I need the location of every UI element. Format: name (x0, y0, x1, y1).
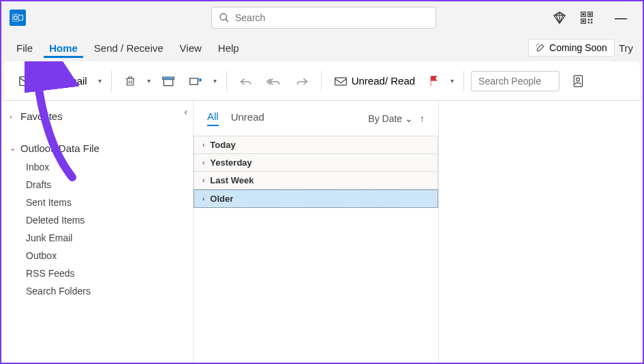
move-icon (189, 75, 202, 87)
date-groups: ›Today ›Yesterday ›Last Week ›Older (194, 136, 438, 208)
global-search[interactable] (211, 7, 436, 29)
folder-search[interactable]: Search Folders (20, 282, 193, 300)
group-today[interactable]: ›Today (194, 136, 438, 154)
folder-deleted[interactable]: Deleted Items (20, 211, 193, 229)
folder-outbox[interactable]: Outbox (20, 247, 193, 264)
envelope-icon (334, 76, 348, 87)
menu-bar: File Home Send / Receive View Help Comin… (1, 34, 643, 61)
svg-point-2 (220, 14, 226, 20)
filter-all[interactable]: All (207, 110, 219, 126)
tab-view[interactable]: View (174, 38, 207, 58)
new-email-dropdown[interactable]: ▾ (95, 74, 104, 87)
delete-button[interactable] (119, 72, 142, 91)
tab-send-receive[interactable]: Send / Receive (89, 38, 169, 58)
unread-read-button[interactable]: Unread/ Read (328, 72, 420, 89)
message-list-pane: All Unread By Date ⌄ ↑ ›Today ›Yesterday… (194, 101, 439, 363)
tab-home[interactable]: Home (44, 38, 83, 58)
sort-direction-button[interactable]: ↑ (420, 113, 425, 124)
new-email-icon (19, 74, 34, 88)
chevron-down-icon: ⌄ (10, 144, 18, 153)
chevron-right-icon: › (202, 159, 204, 166)
tab-file[interactable]: File (11, 38, 38, 58)
reply-all-button[interactable] (261, 72, 287, 90)
title-bar: — (1, 1, 643, 34)
folder-drafts[interactable]: Drafts (20, 176, 193, 194)
forward-icon (295, 75, 309, 87)
search-icon (219, 12, 230, 23)
main-area: ‹ › Favorites ⌄ Outlook Data File Inbox … (1, 101, 643, 363)
reply-all-icon (266, 75, 281, 87)
group-yesterday[interactable]: ›Yesterday (194, 154, 438, 172)
chevron-right-icon: › (10, 112, 18, 121)
folder-inbox[interactable]: Inbox (20, 158, 193, 176)
flag-button[interactable] (423, 72, 445, 90)
group-last-week[interactable]: ›Last Week (194, 172, 438, 189)
trash-icon (124, 74, 136, 88)
data-file-group[interactable]: ⌄ Outlook Data File (1, 138, 193, 158)
folder-sent[interactable]: Sent Items (20, 194, 193, 211)
svg-rect-8 (589, 13, 591, 15)
address-book-icon (572, 74, 584, 88)
delete-dropdown[interactable]: ▾ (144, 74, 153, 87)
wand-icon (536, 43, 545, 52)
svg-rect-18 (162, 77, 174, 79)
folder-junk[interactable]: Junk Email (20, 229, 193, 247)
tab-help[interactable]: Help (213, 38, 245, 58)
address-book-button[interactable] (566, 72, 589, 91)
sort-by-date[interactable]: By Date ⌄ (368, 113, 413, 124)
reply-icon (239, 75, 253, 87)
chevron-right-icon: › (202, 177, 204, 184)
coming-soon-badge[interactable]: Coming Soon (528, 39, 615, 57)
svg-rect-12 (588, 22, 590, 24)
premium-icon[interactable] (553, 11, 566, 25)
svg-rect-9 (582, 20, 584, 22)
reading-pane (439, 101, 643, 363)
move-dropdown[interactable]: ▾ (211, 74, 219, 87)
chevron-right-icon: › (202, 141, 204, 149)
archive-icon (162, 75, 175, 87)
svg-rect-7 (582, 13, 584, 15)
archive-button[interactable] (156, 72, 181, 90)
outlook-logo (10, 10, 26, 26)
chevron-down-icon: ⌄ (405, 113, 413, 124)
move-button[interactable] (183, 72, 208, 90)
minimize-button[interactable]: — (607, 7, 634, 28)
flag-icon (429, 75, 440, 87)
search-input[interactable] (235, 12, 429, 23)
svg-rect-20 (335, 78, 346, 85)
folder-rss[interactable]: RSS Feeds (20, 264, 193, 282)
svg-line-3 (226, 19, 228, 22)
message-list-header: All Unread By Date ⌄ ↑ (194, 110, 438, 132)
svg-rect-19 (189, 78, 198, 84)
svg-rect-10 (588, 19, 590, 21)
reply-button[interactable] (234, 72, 258, 90)
svg-rect-11 (591, 19, 593, 21)
search-people-input[interactable] (471, 71, 559, 91)
folder-list: Inbox Drafts Sent Items Deleted Items Ju… (1, 158, 193, 300)
folder-pane: ‹ › Favorites ⌄ Outlook Data File Inbox … (1, 101, 194, 363)
try-label[interactable]: Try (619, 42, 633, 54)
svg-rect-13 (591, 22, 593, 24)
forward-button[interactable] (290, 72, 314, 90)
filter-unread[interactable]: Unread (231, 111, 264, 125)
svg-point-22 (577, 78, 580, 81)
favorites-group[interactable]: › Favorites (1, 106, 193, 126)
chevron-right-icon: › (202, 195, 204, 202)
collapse-sidebar-button[interactable]: ‹ (184, 106, 187, 117)
svg-rect-17 (164, 79, 172, 85)
qr-icon[interactable] (580, 11, 594, 25)
new-email-button[interactable]: New Email (14, 72, 93, 91)
group-older[interactable]: ›Older (194, 189, 438, 208)
flag-dropdown[interactable]: ▾ (448, 74, 457, 87)
ribbon: New Email ▾ ▾ ▾ Unread/ Read ▾ (4, 61, 640, 101)
